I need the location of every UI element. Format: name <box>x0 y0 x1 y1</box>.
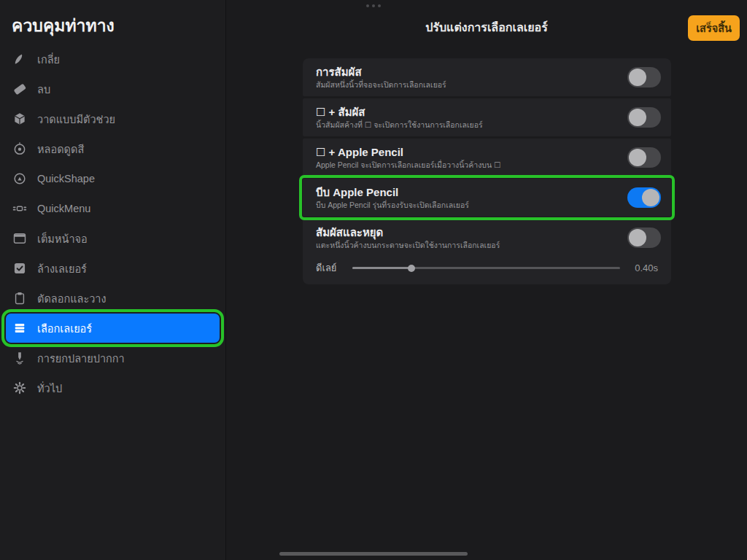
toggle-switch[interactable] <box>627 187 661 208</box>
setting-row: ☐ + สัมผัสนิ้วสัมผัสค้างที่ ☐ จะเปิดการใ… <box>303 98 671 136</box>
sidebar-item-select-layer[interactable]: เลือกเลเยอร์ <box>6 314 220 343</box>
setting-title: บีบ Apple Pencil <box>316 186 620 199</box>
sidebar-item-label: QuickShape <box>37 173 95 184</box>
sidebar-item-stylus[interactable]: การยกปลายปากกา <box>6 343 220 373</box>
panel-title: ปรับแต่งการเลือกเลเยอร์ <box>226 18 747 36</box>
toggle-knob <box>629 149 646 166</box>
sidebar-item-label: การยกปลายปากกา <box>37 350 125 367</box>
setting-text: บีบ Apple Pencilบีบ Apple Pencil รุ่นที่… <box>316 186 627 209</box>
select-layer-icon <box>12 320 28 336</box>
setting-title: การสัมผัส <box>316 66 620 79</box>
setting-subtitle: นิ้วสัมผัสค้างที่ ☐ จะเปิดการใช้งานการเล… <box>316 120 620 129</box>
copy-paste-icon <box>12 290 28 306</box>
sidebar-item-label: เลือกเลเยอร์ <box>37 320 92 337</box>
sidebar-item-label: วาดแบบมีตัวช่วย <box>37 111 115 128</box>
sidebar-item-quickshape[interactable]: QuickShape <box>6 164 220 193</box>
delay-slider-row: ดีเลย์0.40s <box>303 257 671 284</box>
sidebar-item-copy-paste[interactable]: ตัดลอกและวาง <box>6 284 220 313</box>
toggle-switch[interactable] <box>627 67 661 88</box>
clear-layer-icon <box>12 260 28 276</box>
setting-row: การสัมผัสสัมผัสหนึ่งนิ้วที่จอจะเปิดการเล… <box>303 58 671 96</box>
toggle-knob <box>629 229 646 246</box>
sidebar-title: ควบคุมท่าทาง <box>0 0 225 44</box>
delay-slider[interactable] <box>352 262 620 273</box>
setting-card: การสัมผัสสัมผัสหนึ่งนิ้วที่จอจะเปิดการเล… <box>303 58 671 96</box>
setting-text: สัมผัสและหยุดแตะหนึ่งนิ้วค้างบนกระดาษจะเ… <box>316 226 627 249</box>
setting-card: ☐ + Apple PencilApple Pencil จะเปิดการเล… <box>303 139 671 176</box>
setting-card: ☐ + สัมผัสนิ้วสัมผัสค้างที่ ☐ จะเปิดการใ… <box>303 98 671 136</box>
sidebar-item-quickmenu[interactable]: QuickMenu <box>6 194 220 223</box>
sidebar-list: เกลี่ยลบวาดแบบมีตัวช่วยหลอดดูดสีQuickSha… <box>0 44 225 402</box>
setting-card: บีบ Apple Pencilบีบ Apple Pencil รุ่นที่… <box>303 179 671 217</box>
toggle-knob <box>629 69 646 86</box>
quickshape-icon <box>12 171 28 187</box>
smudge-icon <box>12 51 28 67</box>
setting-text: ☐ + สัมผัสนิ้วสัมผัสค้างที่ ☐ จะเปิดการใ… <box>316 106 627 129</box>
setting-row: บีบ Apple Pencilบีบ Apple Pencil รุ่นที่… <box>303 179 671 217</box>
setting-subtitle: Apple Pencil จะเปิดการเลือกเลเยอร์เมื่อว… <box>316 160 620 169</box>
sidebar-item-assisted-drawing[interactable]: วาดแบบมีตัวช่วย <box>6 104 220 133</box>
sidebar-item-label: เต็มหน้าจอ <box>37 230 88 247</box>
toggle-knob <box>629 109 646 126</box>
assisted-drawing-icon <box>12 111 28 127</box>
sidebar-item-label: เกลี่ย <box>37 51 60 68</box>
delay-slider-label: ดีเลย์ <box>316 260 352 276</box>
delay-value: 0.40s <box>635 262 658 273</box>
setting-subtitle: บีบ Apple Pencil รุ่นที่รองรับจะเปิดเลือ… <box>316 201 620 209</box>
eyedropper-icon <box>12 141 28 157</box>
slider-track-fill <box>352 267 411 269</box>
setting-row: ☐ + Apple PencilApple Pencil จะเปิดการเล… <box>303 139 671 176</box>
sidebar-item-label: QuickMenu <box>37 203 90 214</box>
toggle-switch[interactable] <box>627 147 661 168</box>
fullscreen-icon <box>12 230 28 246</box>
sidebar-item-fullscreen[interactable]: เต็มหน้าจอ <box>6 224 220 253</box>
gesture-controls-window: ควบคุมท่าทาง เกลี่ยลบวาดแบบมีตัวช่วยหลอด… <box>0 0 747 560</box>
setting-row: สัมผัสและหยุดแตะหนึ่งนิ้วค้างบนกระดาษจะเ… <box>303 219 671 257</box>
home-indicator[interactable] <box>279 552 468 556</box>
quickmenu-icon <box>12 201 28 217</box>
panel-header: ปรับแต่งการเลือกเลเยอร์ เสร็จสิ้น <box>226 0 747 44</box>
sidebar-item-eyedropper[interactable]: หลอดดูดสี <box>6 134 220 163</box>
sidebar-item-label: ลบ <box>37 81 50 98</box>
sidebar-item-label: ทั่วไป <box>37 380 62 397</box>
settings-list: การสัมผัสสัมผัสหนึ่งนิ้วที่จอจะเปิดการเล… <box>303 58 671 287</box>
sidebar-item-label: หลอดดูดสี <box>37 141 84 158</box>
setting-card: สัมผัสและหยุดแตะหนึ่งนิ้วค้างบนกระดาษจะเ… <box>303 219 671 284</box>
setting-text: ☐ + Apple PencilApple Pencil จะเปิดการเล… <box>316 146 627 169</box>
stylus-icon <box>12 350 28 366</box>
gear-icon <box>12 380 28 396</box>
sidebar-item-clear-layer[interactable]: ล้างเลเยอร์ <box>6 254 220 283</box>
toggle-switch[interactable] <box>627 228 661 248</box>
toggle-switch[interactable] <box>627 107 661 128</box>
setting-title: สัมผัสและหยุด <box>316 226 620 239</box>
sidebar-item-label: ตัดลอกและวาง <box>37 290 107 307</box>
setting-subtitle: แตะหนึ่งนิ้วค้างบนกระดาษจะเปิดใช้งานการเ… <box>316 241 620 249</box>
eraser-icon <box>12 81 28 97</box>
sidebar-item-gear[interactable]: ทั่วไป <box>6 373 220 402</box>
sidebar-item-smudge[interactable]: เกลี่ย <box>6 44 220 74</box>
setting-text: การสัมผัสสัมผัสหนึ่งนิ้วที่จอจะเปิดการเล… <box>316 66 627 89</box>
setting-subtitle: สัมผัสหนึ่งนิ้วที่จอจะเปิดการเลือกเลเยอร… <box>316 80 620 89</box>
done-button[interactable]: เสร็จสิ้น <box>688 15 740 41</box>
slider-thumb[interactable] <box>408 265 415 272</box>
setting-title: ☐ + Apple Pencil <box>316 146 620 159</box>
setting-title: ☐ + สัมผัส <box>316 106 620 119</box>
sidebar-item-label: ล้างเลเยอร์ <box>37 260 87 277</box>
toggle-knob <box>642 189 659 206</box>
sidebar: ควบคุมท่าทาง เกลี่ยลบวาดแบบมีตัวช่วยหลอด… <box>0 0 226 560</box>
sidebar-item-eraser[interactable]: ลบ <box>6 74 220 104</box>
